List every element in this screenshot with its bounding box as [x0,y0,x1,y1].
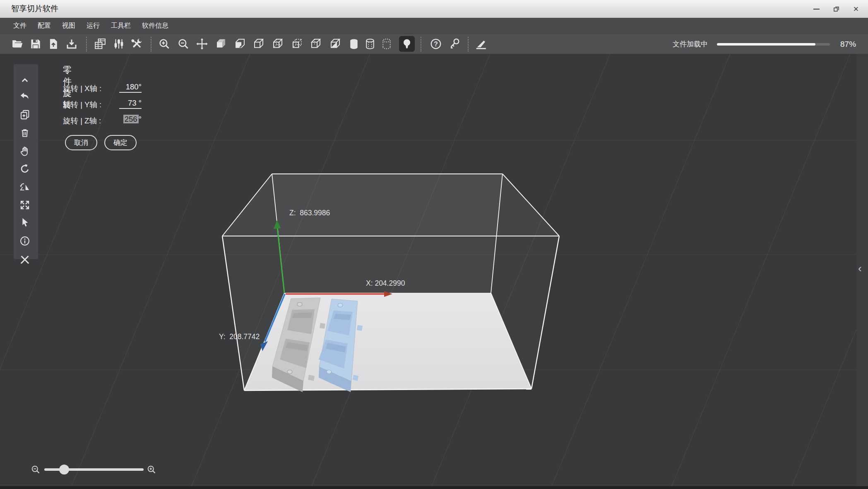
right-panel-strip: ‹ [856,54,868,489]
minimize-icon [813,9,820,10]
export-tray-icon[interactable] [65,38,78,50]
side-toolbar [14,64,38,259]
progress-percent: 87% [840,34,856,54]
chevron-up-icon[interactable] [19,75,31,86]
confirm-button[interactable]: 确定 [104,135,137,150]
rotate-x-label: 旋转 | X轴 : [63,83,101,94]
zoom-out-icon[interactable] [177,38,190,50]
expand-icon[interactable] [19,200,31,211]
blade-icon[interactable] [475,38,487,50]
cancel-button[interactable]: 取消 [65,135,97,150]
cursor-icon[interactable] [19,217,31,228]
help-icon[interactable] [430,38,442,50]
zoom-out-icon[interactable] [31,465,41,475]
cylinder-wire-icon[interactable] [364,38,376,50]
cube-wire-icon[interactable] [252,38,265,50]
toolbar-separator [468,37,469,51]
rotate-z-label: 旋转 | Z轴 : [63,116,101,126]
key-icon[interactable] [449,38,461,50]
save-icon[interactable] [29,38,42,50]
pan-hand-icon[interactable] [19,146,31,157]
sliders-icon[interactable] [113,38,125,50]
expand-panel-chevron[interactable]: ‹ [858,263,862,274]
restore-icon [832,5,840,13]
menu-item-3[interactable]: 运行 [87,22,100,30]
viewport-3d[interactable]: Z: 863.9986 X: 204.2990 Y: 208.7742 零件旋转… [0,54,868,489]
minimize-button[interactable] [811,4,822,14]
cube-dash-icon[interactable] [272,38,284,50]
menu-item-2[interactable]: 视图 [62,22,75,30]
cube-page-icon[interactable] [234,38,246,50]
close-button[interactable]: × [851,4,861,14]
close-icon: × [854,5,859,14]
add-copy-icon[interactable] [19,109,31,120]
menu-item-1[interactable]: 配置 [38,22,51,30]
batch-copy-icon[interactable] [94,38,106,50]
move-icon[interactable] [196,38,208,50]
window-controls: × [811,0,861,18]
menu-bar: 文件配置视图运行工具栏软件信息 [0,18,868,34]
cylinder-dots-icon[interactable] [380,38,393,50]
rotate-y-label: 旋转 | Y轴 : [63,99,101,110]
zoom-in-icon[interactable] [147,465,156,475]
title-bar: 智享切片软件 × [0,0,868,18]
mirror-icon[interactable] [19,181,31,193]
cube-half-icon[interactable] [329,38,341,50]
progress-label: 文件加载中 [673,34,708,54]
bulb-icon[interactable] [399,36,415,52]
cube-hidden-icon[interactable] [291,38,303,50]
bottom-edge [0,486,868,489]
rotate-y-input[interactable]: 73 ° [119,99,142,109]
zoom-in-icon[interactable] [158,38,171,50]
menu-item-5[interactable]: 软件信息 [142,22,168,30]
menu-item-0[interactable]: 文件 [13,22,26,30]
menu-item-4[interactable]: 工具栏 [111,22,131,30]
import-file-icon[interactable] [47,38,60,50]
window-title: 智享切片软件 [11,0,58,17]
zoom-slider-handle[interactable] [59,465,69,475]
cylinder-solid-icon[interactable] [348,38,360,50]
rotate-x-input[interactable]: 180° [119,82,142,93]
tools-icon[interactable] [131,38,143,50]
y-axis-label: Y: 208.7742 [219,332,260,341]
toolbar-separator [421,37,421,51]
cube-solid-icon[interactable] [215,38,227,50]
x-axis-label: X: 204.2990 [366,279,405,288]
undo-icon[interactable] [19,91,31,102]
toolbar-separator [151,37,151,51]
restore-button[interactable] [831,4,842,14]
delete-icon[interactable] [19,128,31,139]
cross-tools-icon[interactable] [19,254,31,265]
main-toolbar: 文件加载中 87% [0,34,868,54]
rotate-z-input[interactable]: 256° [119,115,142,125]
rotate-ccw-icon[interactable] [19,164,31,175]
z-axis-label: Z: 863.9986 [289,209,330,217]
open-folder-icon[interactable] [11,38,24,50]
info-icon[interactable] [19,236,31,247]
zoom-slider[interactable] [44,468,144,471]
progress-fill [717,43,815,46]
toolbar-separator [86,37,87,51]
progress-bar [717,43,830,46]
app-window: ? [0,0,868,489]
cube-open-icon[interactable] [310,38,322,50]
